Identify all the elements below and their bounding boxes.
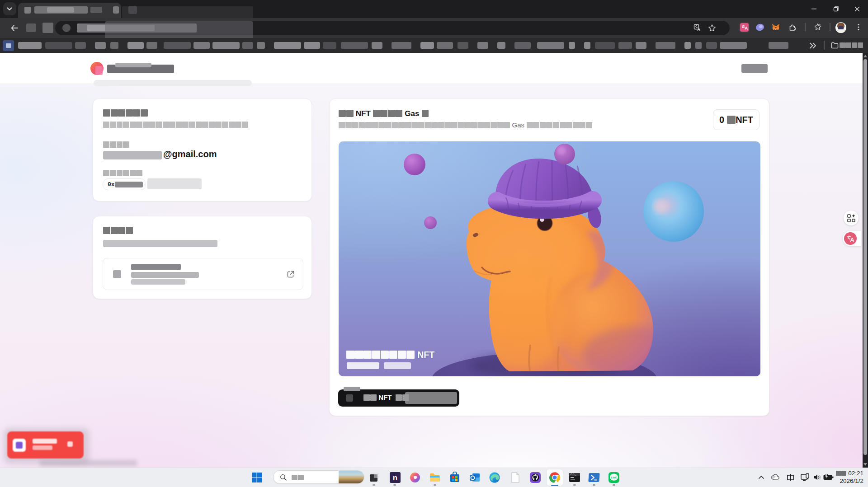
svg-text:C:\_: C:\_ [571, 473, 576, 476]
svg-text:n: n [393, 473, 397, 482]
svg-text:LINE: LINE [611, 476, 617, 479]
